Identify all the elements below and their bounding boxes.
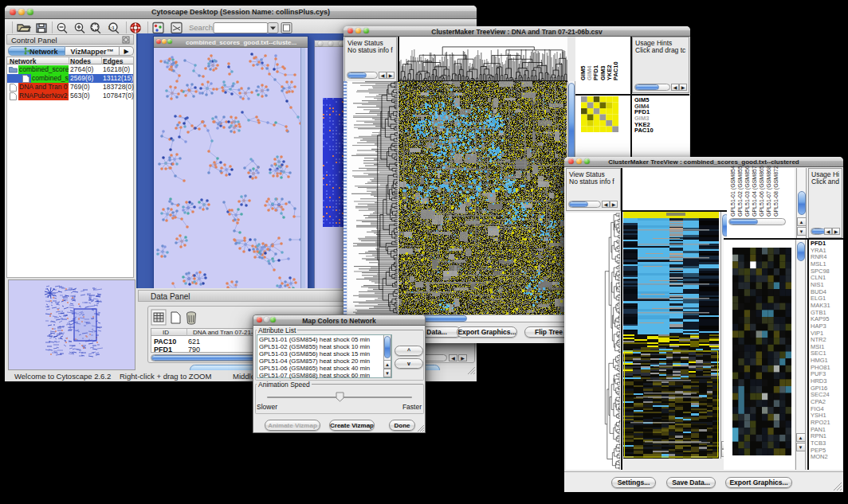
- svg-text:1:1: 1:1: [108, 25, 115, 30]
- svg-text:Search:: Search:: [189, 23, 215, 32]
